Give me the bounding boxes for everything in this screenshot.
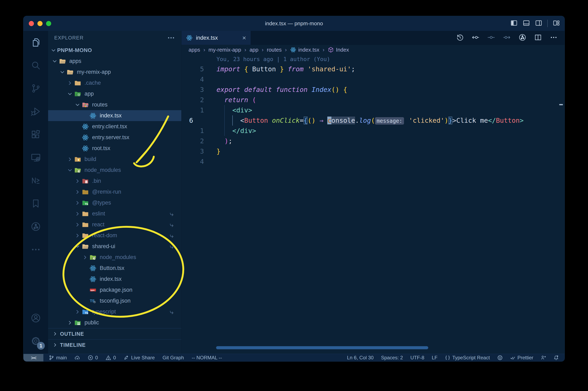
- activity-settings-gear-icon[interactable]: 1: [23, 330, 48, 353]
- breadcrumb-item-index.tsx[interactable]: index.tsx: [290, 47, 319, 53]
- activity-bookmarks-icon[interactable]: [23, 192, 48, 215]
- prev-change-icon-button[interactable]: [472, 33, 480, 42]
- tree-item-label: package.json: [100, 287, 132, 293]
- split-editor-icon-button[interactable]: [534, 33, 542, 42]
- status-item-live-share[interactable]: Live Share: [124, 355, 155, 361]
- status-item-main[interactable]: main: [49, 355, 67, 361]
- tree-item-root.tsx[interactable]: root.tsx: [48, 143, 181, 154]
- activity-source-control-icon[interactable]: [23, 77, 48, 100]
- status-item-0[interactable]: 0: [106, 355, 116, 361]
- tree-item-node_modules[interactable]: JSnode_modules: [48, 165, 181, 176]
- status-item-spaces-2[interactable]: Spaces: 2: [381, 355, 403, 361]
- status-item-cloud-upload-icon[interactable]: [75, 355, 80, 360]
- breadcrumb-item-app[interactable]: app: [250, 47, 258, 53]
- chevron-right-icon: [75, 222, 80, 227]
- folder-tan-icon: [82, 210, 89, 217]
- tree-item-my-remix-app[interactable]: my-remix-app: [48, 67, 181, 78]
- activity-run-debug-icon[interactable]: [23, 100, 48, 123]
- explorer-more-actions-icon[interactable]: [167, 34, 175, 42]
- status-item-typescript-react[interactable]: TypeScript React: [445, 355, 490, 361]
- git-blame-lens[interactable]: You, 23 hours ago | 1 author (You): [182, 54, 565, 64]
- breadcrumb-item-my-remix-app[interactable]: my-remix-app: [208, 47, 241, 53]
- status-item-normal[interactable]: -- NORMAL --: [192, 355, 222, 361]
- code-line: 1 </div>: [182, 126, 565, 136]
- tree-item-entry.client.tsx[interactable]: entry.client.tsx: [48, 121, 181, 132]
- next-change-icon-button[interactable]: [503, 33, 511, 42]
- status-item-0[interactable]: 0: [88, 355, 98, 361]
- tree-item-react[interactable]: react⤷: [48, 219, 181, 230]
- activity-extensions-icon[interactable]: [23, 123, 48, 146]
- minimize-window-button[interactable]: [37, 21, 43, 26]
- tree-item-label: @types: [92, 199, 111, 206]
- tree-item-typescript[interactable]: TStypescript⤷: [48, 306, 181, 317]
- bookmarks-icon: [31, 198, 41, 209]
- activity-explorer-icon[interactable]: [23, 31, 48, 54]
- code-line: 3}: [182, 146, 565, 156]
- commit-icon-button[interactable]: [487, 33, 495, 42]
- tree-item-index.tsx[interactable]: index.tsx: [48, 274, 181, 285]
- tree-item-@types[interactable]: TS@types: [48, 197, 181, 208]
- activity-search-icon[interactable]: [23, 54, 48, 77]
- tree-item-tsconfig.json[interactable]: TStsconfig.json: [48, 295, 181, 306]
- close-window-button[interactable]: [29, 21, 34, 26]
- tree-item-@remix-run[interactable]: @remix-run: [48, 187, 181, 197]
- chevron-right-icon: [67, 320, 73, 325]
- tree-item-Button.tsx[interactable]: Button.tsx: [48, 263, 181, 274]
- layout-sidebar-icon-button[interactable]: [510, 19, 518, 27]
- sidebar-section-outline[interactable]: OUTLINE: [48, 328, 181, 339]
- layout-customize-icon: [553, 19, 560, 27]
- tree-item-project-root[interactable]: PNPM-MONO: [48, 45, 181, 56]
- activity-account-icon[interactable]: [23, 306, 48, 330]
- layout-panel-icon-button[interactable]: [523, 19, 530, 27]
- breadcrumb-item-apps[interactable]: apps: [189, 47, 200, 53]
- tree-item-.cache[interactable]: .cache: [48, 78, 181, 88]
- zoom-window-button[interactable]: [46, 21, 51, 26]
- status-item-lf[interactable]: LF: [432, 355, 437, 361]
- folder-gold-icon: [82, 189, 89, 196]
- tree-item-public[interactable]: public: [48, 317, 181, 328]
- code-editor[interactable]: You, 23 hours ago | 1 author (You)5impor…: [182, 54, 565, 354]
- status-item-feedback-smiley-icon[interactable]: [497, 355, 503, 360]
- breadcrumb-item-routes[interactable]: routes: [267, 47, 282, 53]
- breadcrumb-item-Index[interactable]: Index: [328, 47, 349, 53]
- activity-nx-console-icon[interactable]: [23, 169, 48, 192]
- remote-indicator[interactable]: ><: [23, 354, 43, 361]
- tree-item-apps[interactable]: apps: [48, 56, 181, 67]
- activity-more-icon[interactable]: [23, 238, 48, 261]
- history-icon-button[interactable]: [456, 33, 464, 42]
- tab-close-icon[interactable]: ×: [242, 34, 246, 41]
- layout-sidebar-right-icon-button[interactable]: [535, 19, 542, 27]
- chevron-down-icon: [75, 244, 80, 249]
- tree-item-build[interactable]: build: [48, 154, 181, 165]
- sidebar-section-timeline[interactable]: TIMELINE: [48, 339, 181, 350]
- tree-item-.bin[interactable]: 0110.bin: [48, 176, 181, 187]
- tree-item-routes[interactable]: routes: [48, 99, 181, 110]
- status-item-label: Prettier: [517, 355, 533, 361]
- activity-git-graph-icon[interactable]: [23, 215, 48, 238]
- tree-item-entry.server.tsx[interactable]: entry.server.tsx: [48, 132, 181, 143]
- breadcrumb-chevron-icon: ›: [244, 47, 246, 53]
- tree-item-index.tsx[interactable]: index.tsx: [48, 110, 181, 121]
- tree-item-package.json[interactable]: npmpackage.json: [48, 285, 181, 295]
- tree-item-label: entry.client.tsx: [92, 123, 127, 130]
- git-graph-icon-button[interactable]: [518, 33, 526, 42]
- tree-item-node_modules[interactable]: JSnode_modules: [48, 252, 181, 263]
- tree-item-react-dom[interactable]: react-dom⤷: [48, 230, 181, 241]
- folder-open-tan-icon: [82, 243, 89, 250]
- tree-item-shared-ui[interactable]: shared-ui⤷: [48, 241, 181, 252]
- status-item-git-graph[interactable]: Git Graph: [163, 355, 184, 361]
- active-indent-guide: [232, 115, 233, 126]
- folder-js-icon: JS: [90, 254, 97, 261]
- status-item-prettier[interactable]: Prettier: [510, 355, 533, 361]
- horizontal-scrollbar-thumb[interactable]: [216, 346, 428, 349]
- more-icon-button[interactable]: [550, 33, 558, 42]
- tree-item-eslint[interactable]: eslint⤷: [48, 208, 181, 219]
- layout-customize-icon-button[interactable]: [553, 19, 560, 27]
- tab-index-tsx[interactable]: index.tsx×: [182, 31, 251, 45]
- status-item-ln-6-col-30[interactable]: Ln 6, Col 30: [347, 355, 374, 361]
- activity-remote-explorer-icon[interactable]: [23, 146, 48, 169]
- status-item-utf-8[interactable]: UTF-8: [410, 355, 424, 361]
- status-item-bell-icon[interactable]: [553, 355, 559, 360]
- status-item-live-share-contact-icon[interactable]: [541, 355, 546, 360]
- tree-item-app[interactable]: app: [48, 88, 181, 99]
